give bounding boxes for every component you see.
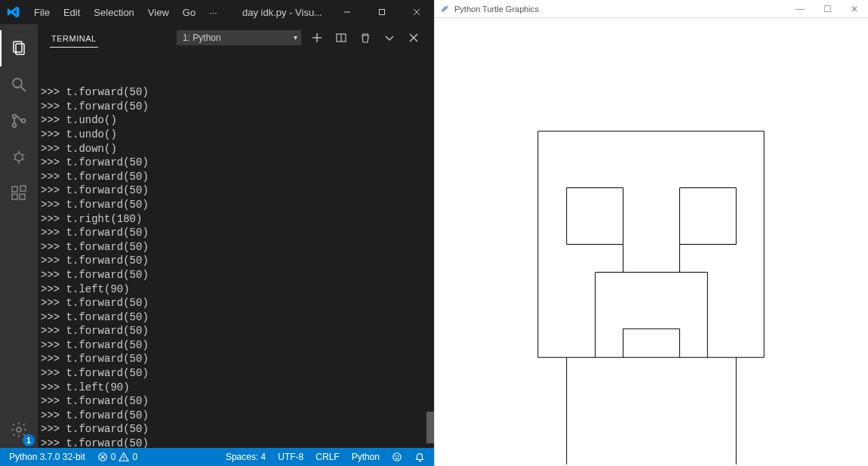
vscode-logo-icon <box>0 5 27 19</box>
svg-point-34 <box>393 453 402 461</box>
terminal-line: >>> t.forward(50) <box>41 338 431 353</box>
debug-icon[interactable] <box>0 139 38 175</box>
terminal-line: >>> t.forward(50) <box>41 394 431 409</box>
close-panel-icon[interactable] <box>405 29 422 46</box>
panel-area: TERMINAL 1: Python >>> t.forward(50)>>> … <box>38 24 434 448</box>
svg-point-36 <box>398 455 399 456</box>
terminal-line: >>> t.forward(50) <box>41 366 431 381</box>
terminal-line: >>> t.forward(50) <box>41 184 431 198</box>
svg-point-35 <box>396 455 396 456</box>
terminal-line: >>> t.left(90) <box>41 381 431 395</box>
status-spaces[interactable]: Spaces: 4 <box>223 448 269 466</box>
svg-point-8 <box>13 115 17 119</box>
terminal-line: >>> t.forward(50) <box>41 240 431 255</box>
status-errors-count: 0 <box>111 452 116 462</box>
svg-rect-20 <box>20 194 25 199</box>
activity-bar: 1 <box>0 24 38 448</box>
terminal-line: >>> t.forward(50) <box>41 409 431 423</box>
menu-edit[interactable]: Edit <box>57 0 87 24</box>
window-controls <box>330 0 434 24</box>
terminal-line: >>> t.forward(50) <box>41 170 431 184</box>
turtle-window: Python Turtle Graphics — ☐ ✕ <box>434 0 868 466</box>
svg-point-10 <box>22 119 26 123</box>
chevron-down-icon[interactable] <box>381 29 398 46</box>
menu-file[interactable]: File <box>27 0 57 24</box>
status-language[interactable]: Python <box>349 448 383 466</box>
turtle-window-controls: — ☐ ✕ <box>786 0 868 18</box>
terminal-line: >>> t.forward(50) <box>41 296 431 310</box>
terminal-line: >>> t.forward(50) <box>41 352 431 366</box>
terminal-line: >>> t.left(90) <box>41 282 431 297</box>
panel-header: TERMINAL 1: Python <box>38 24 434 51</box>
maximize-button[interactable] <box>365 0 399 24</box>
svg-point-22 <box>17 427 21 432</box>
svg-line-14 <box>22 154 24 156</box>
status-bell-icon[interactable] <box>411 448 428 466</box>
explorer-icon[interactable] <box>0 30 38 66</box>
terminal-line: >>> t.right(180) <box>41 212 431 227</box>
svg-rect-21 <box>20 186 26 191</box>
status-warnings-count: 0 <box>132 452 137 462</box>
svg-rect-1 <box>380 10 385 15</box>
turtle-app-icon <box>439 4 450 14</box>
menu-go[interactable]: Go <box>176 0 202 24</box>
svg-point-11 <box>15 153 23 161</box>
svg-rect-19 <box>12 194 17 199</box>
menu-selection[interactable]: Selection <box>87 0 140 24</box>
split-terminal-icon[interactable] <box>333 29 349 46</box>
settings-gear-icon[interactable]: 1 <box>0 412 38 448</box>
kill-terminal-icon[interactable] <box>357 29 374 46</box>
svg-line-15 <box>14 159 16 160</box>
terminal-line: >>> t.forward(50) <box>41 324 431 338</box>
turtle-canvas <box>435 18 868 466</box>
extensions-icon[interactable] <box>0 175 38 211</box>
status-eol[interactable]: CRLF <box>312 448 342 466</box>
terminal-tab[interactable]: TERMINAL <box>50 28 98 48</box>
menu-view[interactable]: View <box>141 0 176 24</box>
terminal-line: >>> t.forward(50) <box>41 437 431 448</box>
status-feedback-icon[interactable] <box>389 448 405 466</box>
terminal-line: >>> t.forward(50) <box>41 85 431 100</box>
terminal-line: >>> t.down() <box>41 142 431 156</box>
status-bar: Python 3.7.0 32-bit 0 0 Spaces: 4 UTF-8 … <box>0 448 434 466</box>
terminal-line: >>> t.forward(50) <box>41 310 431 325</box>
new-terminal-icon[interactable] <box>309 29 325 46</box>
terminal-scrollbar[interactable] <box>425 51 434 448</box>
turtle-titlebar: Python Turtle Graphics — ☐ ✕ <box>435 0 868 18</box>
svg-line-16 <box>22 159 24 160</box>
svg-point-9 <box>13 124 17 128</box>
terminal-line: >>> t.forward(50) <box>41 198 431 212</box>
svg-rect-18 <box>12 187 17 192</box>
window-title: day idk.py - Visu... <box>242 7 330 18</box>
terminal-line: >>> t.forward(50) <box>41 156 431 170</box>
turtle-maximize-button[interactable]: ☐ <box>814 0 841 18</box>
terminal-select[interactable]: 1: Python <box>177 30 301 45</box>
source-control-icon[interactable] <box>0 103 38 139</box>
turtle-close-button[interactable]: ✕ <box>841 0 868 18</box>
minimize-button[interactable] <box>330 0 365 24</box>
settings-badge: 1 <box>23 434 35 446</box>
terminal-line: >>> t.forward(50) <box>41 422 431 437</box>
terminal-line: >>> t.forward(50) <box>41 268 431 282</box>
svg-rect-5 <box>16 44 24 54</box>
svg-line-13 <box>14 154 16 156</box>
close-button[interactable] <box>399 0 434 24</box>
terminal[interactable]: >>> t.forward(50)>>> t.forward(50)>>> t.… <box>38 51 434 448</box>
svg-rect-4 <box>14 42 22 52</box>
terminal-line: >>> t.undo() <box>41 128 431 142</box>
terminal-line: >>> t.forward(50) <box>41 100 431 114</box>
terminal-line: >>> t.forward(50) <box>41 254 431 268</box>
status-python-version[interactable]: Python 3.7.0 32-bit <box>6 448 88 466</box>
vscode-window: File Edit Selection View Go ··· day idk.… <box>0 0 434 466</box>
search-icon[interactable] <box>0 66 38 103</box>
status-problems[interactable]: 0 0 <box>94 448 140 466</box>
status-encoding[interactable]: UTF-8 <box>275 448 306 466</box>
terminal-line: >>> t.undo() <box>41 113 431 128</box>
svg-line-7 <box>21 87 26 91</box>
turtle-minimize-button[interactable]: — <box>786 0 814 18</box>
menu-more[interactable]: ··· <box>202 0 224 24</box>
terminal-line: >>> t.forward(50) <box>41 226 431 240</box>
svg-point-6 <box>13 79 22 88</box>
turtle-title-text: Python Turtle Graphics <box>454 5 539 14</box>
menu-bar: File Edit Selection View Go ··· <box>27 0 224 24</box>
